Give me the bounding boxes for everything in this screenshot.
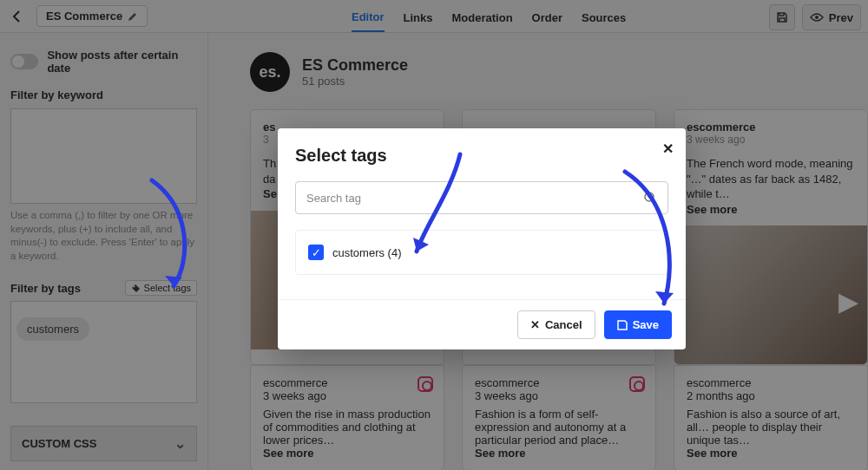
see-more-link[interactable]: See more <box>687 447 855 460</box>
see-more-link[interactable]: See more <box>475 447 643 460</box>
filter-by-keyword-label: Filter by keyword <box>10 88 197 101</box>
post-user: escommerce <box>475 376 643 389</box>
post-user: escommerce <box>687 376 855 389</box>
floppy-icon <box>776 11 788 23</box>
tag-search-input[interactable]: Search tag <box>295 181 668 214</box>
filter-keyword-hint: Use a comma (,) to filter by one OR more… <box>10 209 197 263</box>
post-time: 3 weeks ago <box>475 389 643 402</box>
preview-button[interactable]: Prev <box>802 4 861 30</box>
save-button[interactable]: Save <box>604 310 672 339</box>
custom-css-label: CUSTOM CSS <box>22 437 96 450</box>
chevron-down-icon: ⌄ <box>174 435 186 452</box>
svg-point-0 <box>815 16 819 19</box>
checkbox-checked-icon[interactable]: ✓ <box>308 245 324 260</box>
back-button[interactable] <box>7 6 28 27</box>
floppy-icon <box>617 320 628 330</box>
post-time: 2 months ago <box>687 389 855 402</box>
pencil-icon <box>128 11 138 22</box>
tag-option-label: customers (4) <box>332 246 401 259</box>
post-card[interactable]: escommerce 3 weeks ago Given the rise in… <box>250 365 444 470</box>
applied-tags-box: customers <box>10 301 197 403</box>
project-name-pill[interactable]: ES Commerce <box>36 5 148 27</box>
post-card[interactable]: escommerce 2 months ago Fashion is also … <box>674 365 868 470</box>
search-placeholder: Search tag <box>306 192 361 205</box>
custom-css-section-toggle[interactable]: CUSTOM CSS ⌄ <box>10 426 197 461</box>
filter-by-tags-label: Filter by tags <box>10 282 81 295</box>
post-user: escommerce <box>687 121 855 134</box>
post-time: 3 weeks ago <box>263 389 431 402</box>
x-icon: ✕ <box>530 318 540 331</box>
show-posts-after-date-toggle[interactable] <box>10 54 38 69</box>
post-card[interactable]: escommerce 3 weeks ago Fashion is a form… <box>462 365 656 470</box>
post-card[interactable]: escommerce 3 weeks ago The French word m… <box>674 109 868 365</box>
eye-icon <box>810 12 824 23</box>
main-nav: Editor Links Moderation Order Sources <box>352 0 626 33</box>
nav-links[interactable]: Links <box>404 3 433 31</box>
nav-editor[interactable]: Editor <box>352 2 385 32</box>
play-icon: ▶ <box>838 286 858 317</box>
see-more-link[interactable]: See more <box>687 203 738 216</box>
save-disk-button[interactable] <box>769 4 795 30</box>
select-tags-label: Select tags <box>144 283 191 293</box>
modal-title: Select tags <box>295 146 668 166</box>
select-tags-modal: ✕ Select tags Search tag ✓ customers (4)… <box>278 128 686 349</box>
post-user: escommerce <box>263 376 431 389</box>
filter-keyword-input[interactable] <box>10 108 197 204</box>
sidebar: Show posts after certain date Filter by … <box>0 33 208 470</box>
tag-option-customers[interactable]: ✓ customers (4) <box>295 230 668 275</box>
instagram-icon <box>629 376 645 392</box>
brand-avatar: es. <box>250 52 290 92</box>
instagram-icon <box>418 376 433 392</box>
search-icon <box>643 191 657 205</box>
show-posts-after-date-label: Show posts after certain date <box>47 49 197 75</box>
svg-point-1 <box>133 285 135 287</box>
nav-order[interactable]: Order <box>532 3 562 31</box>
applied-tag-chip[interactable]: customers <box>16 317 89 341</box>
post-video[interactable]: ▶ <box>674 225 867 364</box>
tag-icon <box>131 284 141 293</box>
preview-label: Prev <box>829 11 853 24</box>
topbar: ES Commerce Editor Links Moderation Orde… <box>0 0 868 33</box>
cancel-button[interactable]: ✕ Cancel <box>517 310 595 339</box>
nav-moderation[interactable]: Moderation <box>452 3 513 31</box>
close-button[interactable]: ✕ <box>662 140 674 157</box>
see-more-link[interactable]: See more <box>263 447 431 460</box>
svg-point-2 <box>645 193 654 201</box>
post-time: 3 weeks ago <box>687 134 855 146</box>
arrow-left-icon <box>10 10 24 23</box>
post-count: 51 posts <box>302 75 408 88</box>
brand-name: ES Commerce <box>302 56 408 75</box>
see-more-link[interactable]: Se <box>263 187 277 200</box>
project-name: ES Commerce <box>46 10 122 23</box>
nav-sources[interactable]: Sources <box>582 3 626 31</box>
select-tags-button[interactable]: Select tags <box>125 280 197 296</box>
